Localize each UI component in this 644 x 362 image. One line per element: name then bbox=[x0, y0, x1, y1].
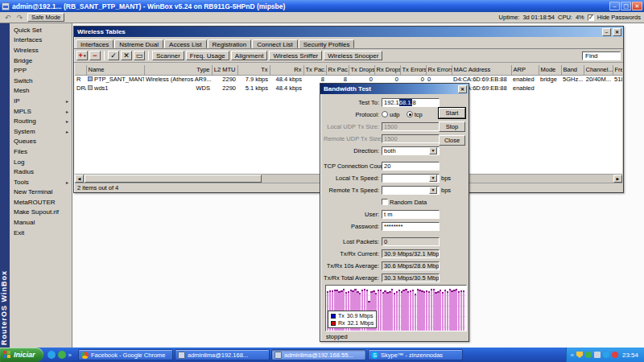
find-input[interactable]: Find bbox=[582, 51, 621, 60]
column-header[interactable]: Frequen... bbox=[613, 65, 622, 75]
wireless-tool-button[interactable]: Scanner bbox=[152, 51, 184, 60]
hide-passwords-checkbox[interactable] bbox=[588, 14, 594, 21]
sidebar-item[interactable]: Tools ▸ bbox=[10, 177, 72, 187]
dropdown-arrow-icon[interactable]: ▼ bbox=[429, 187, 437, 194]
network-tray-icon[interactable] bbox=[594, 352, 601, 358]
sidebar-item[interactable]: IP ▸ bbox=[10, 96, 72, 106]
comment-button[interactable]: ▭ bbox=[134, 51, 145, 60]
undo-icon[interactable]: ↶ bbox=[3, 13, 12, 23]
column-header[interactable]: Tx Drops bbox=[349, 65, 374, 75]
quick-launch-icon[interactable] bbox=[58, 351, 66, 359]
start-button[interactable]: Start bbox=[439, 108, 465, 118]
stop-button[interactable]: Stop bbox=[439, 121, 465, 132]
flags-column-header[interactable] bbox=[75, 65, 86, 75]
sidebar-item[interactable]: Log bbox=[10, 157, 72, 167]
add-interface-button[interactable]: +▾ bbox=[76, 51, 88, 60]
skype-tray-icon[interactable] bbox=[603, 352, 609, 358]
task-button-skype[interactable]: S Skype™ - zinzennodas bbox=[368, 349, 463, 360]
wireless-tool-button[interactable]: Wireless Sniffer bbox=[269, 51, 322, 60]
wireless-tab[interactable]: Connect List bbox=[252, 39, 297, 48]
column-header[interactable]: L2 MTU bbox=[212, 65, 237, 75]
bandwidth-close-button[interactable]: ✕ bbox=[458, 85, 467, 93]
sidebar-item[interactable]: Manual bbox=[10, 217, 72, 228]
task-button-winbox-1[interactable]: adminlima@192.168... bbox=[175, 349, 270, 360]
wireless-minimize-button[interactable]: – bbox=[602, 28, 611, 36]
column-header[interactable]: Band bbox=[561, 65, 584, 75]
tcp-connection-count-input[interactable]: 20 bbox=[382, 162, 440, 171]
start-button-taskbar[interactable]: Iniciar bbox=[0, 348, 43, 362]
wireless-tab[interactable]: Nstreme Dual bbox=[114, 39, 163, 48]
table-header-row[interactable]: NameTypeL2 MTUTxRxTx Pac...Rx Pac...Tx D… bbox=[75, 65, 622, 75]
dropdown-arrow-icon[interactable]: ▼ bbox=[429, 147, 437, 154]
wireless-close-button[interactable]: ✕ bbox=[613, 28, 621, 36]
sidebar-item[interactable]: PPP bbox=[10, 65, 72, 76]
column-header[interactable]: MAC Address bbox=[452, 65, 511, 75]
quick-launch-overflow-icon[interactable]: » bbox=[68, 352, 72, 359]
maximize-button[interactable]: ▢ bbox=[621, 2, 631, 10]
minimize-button[interactable]: – bbox=[609, 2, 620, 10]
column-header[interactable]: Tx Errors bbox=[400, 65, 426, 75]
scroll-right-icon[interactable]: ▶ bbox=[613, 175, 622, 183]
window-titlebar[interactable]: admin@192.1... (RB_SANT_PTP_MANT) - WinB… bbox=[0, 0, 644, 12]
local-tx-speed-input[interactable]: ▼ bbox=[382, 174, 440, 183]
sidebar-item[interactable]: Files bbox=[10, 146, 72, 157]
sidebar-item[interactable]: Wireless bbox=[10, 45, 72, 56]
remove-interface-button[interactable]: − bbox=[89, 51, 101, 60]
sidebar-item[interactable]: Switch bbox=[10, 76, 72, 86]
sidebar-item[interactable]: MetaROUTER bbox=[10, 197, 72, 208]
status-tray-icon[interactable] bbox=[585, 352, 592, 358]
sidebar-item[interactable]: Make Supout.rif bbox=[10, 208, 72, 218]
quick-launch-icon[interactable] bbox=[47, 351, 56, 359]
task-button-winbox-2[interactable]: adminlima@192.168.55... bbox=[271, 349, 366, 360]
wireless-tab[interactable]: Access List bbox=[164, 39, 206, 48]
disable-button[interactable]: ✕ bbox=[121, 51, 132, 60]
dropdown-arrow-icon[interactable]: ▼ bbox=[429, 175, 437, 182]
volume-tray-icon[interactable] bbox=[612, 352, 618, 358]
scroll-left-icon[interactable]: ◀ bbox=[75, 175, 84, 183]
safe-mode-button[interactable]: Safe Mode bbox=[27, 13, 64, 22]
remote-tx-speed-input[interactable]: ▼ bbox=[382, 186, 440, 195]
column-header[interactable]: Channel... bbox=[584, 65, 613, 75]
wireless-tab[interactable]: Interfaces bbox=[76, 39, 114, 48]
column-header[interactable]: Rx Pac... bbox=[326, 65, 349, 75]
column-header[interactable]: Rx Drops bbox=[374, 65, 400, 75]
password-input[interactable]: ******** bbox=[382, 222, 440, 231]
scrollbar-thumb[interactable] bbox=[85, 175, 262, 183]
wireless-tool-button[interactable]: Freq. Usage bbox=[186, 51, 229, 60]
column-header[interactable]: Tx Pac... bbox=[303, 65, 326, 75]
column-header[interactable]: Rx Errors bbox=[426, 65, 452, 75]
wireless-tab[interactable]: Registration bbox=[208, 39, 252, 48]
sidebar-item[interactable]: MPLS ▸ bbox=[10, 106, 72, 117]
security-tray-icon[interactable] bbox=[576, 352, 583, 358]
sidebar-item[interactable]: Bridge bbox=[10, 56, 72, 66]
sidebar-item[interactable]: Interfaces bbox=[10, 35, 72, 46]
sidebar-item[interactable]: Quick Set bbox=[10, 25, 72, 35]
sidebar-item[interactable]: Queues bbox=[10, 137, 72, 147]
sidebar-item[interactable]: System ▸ bbox=[10, 126, 72, 137]
sidebar-item[interactable]: Routing ▸ bbox=[10, 116, 72, 126]
wireless-tables-titlebar[interactable]: Wireless Tables – ✕ bbox=[74, 27, 623, 37]
enable-button[interactable]: ✓ bbox=[108, 51, 119, 60]
wireless-tab[interactable]: Security Profiles bbox=[299, 39, 355, 48]
test-to-input[interactable]: 192.168.1.8 bbox=[382, 98, 440, 107]
direction-dropdown[interactable]: both ▼ bbox=[382, 146, 440, 155]
redo-icon[interactable]: ↷ bbox=[15, 13, 24, 23]
sidebar-item[interactable]: Radius bbox=[10, 167, 72, 177]
column-header[interactable]: Name bbox=[86, 65, 144, 75]
close-button[interactable]: ✕ bbox=[632, 2, 642, 10]
column-header[interactable]: Tx bbox=[237, 65, 270, 75]
wireless-tool-button[interactable]: Wireless Snooper bbox=[324, 51, 382, 60]
close-dialog-button[interactable]: Close bbox=[439, 135, 465, 146]
column-header[interactable]: Rx bbox=[270, 65, 303, 75]
column-header[interactable]: ARP bbox=[511, 65, 539, 75]
bandwidth-test-titlebar[interactable]: Bandwidth Test ✕ bbox=[320, 84, 469, 94]
sidebar-item[interactable]: Exit bbox=[10, 228, 72, 238]
column-header[interactable]: Type bbox=[144, 65, 212, 75]
column-header[interactable]: Mode bbox=[539, 65, 561, 75]
random-data-checkbox[interactable] bbox=[382, 199, 388, 205]
wireless-tool-button[interactable]: Alignment bbox=[231, 51, 268, 60]
udp-radio[interactable] bbox=[382, 111, 388, 117]
tcp-radio[interactable] bbox=[407, 111, 413, 117]
sidebar-item[interactable]: Mesh bbox=[10, 86, 72, 97]
task-button-chrome[interactable]: Facebook - Google Chrome bbox=[78, 349, 173, 360]
